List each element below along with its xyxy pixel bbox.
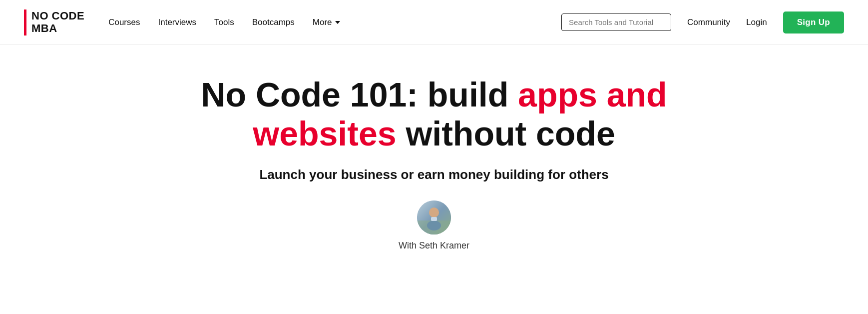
hero-section: No Code 101: build apps and websites wit…	[0, 45, 868, 271]
author-name: With Seth Kramer	[399, 240, 469, 251]
community-link[interactable]: Community	[687, 18, 730, 28]
main-nav: Courses Interviews Tools Bootcamps More	[108, 18, 340, 28]
svg-rect-4	[431, 217, 437, 221]
chevron-down-icon	[335, 21, 340, 24]
login-link[interactable]: Login	[746, 18, 767, 28]
nav-interviews[interactable]: Interviews	[158, 18, 197, 28]
nav-more-dropdown[interactable]: More	[313, 18, 340, 28]
logo-bar	[24, 10, 26, 36]
hero-subtitle: Launch your business or earn money build…	[259, 167, 608, 182]
search-input[interactable]	[561, 14, 671, 31]
logo[interactable]: NO CODE MBA	[24, 10, 84, 36]
avatar-image	[417, 200, 451, 234]
avatar	[417, 200, 451, 234]
main-header: NO CODE MBA Courses Interviews Tools Boo…	[0, 0, 868, 45]
svg-point-3	[427, 220, 441, 230]
nav-bootcamps[interactable]: Bootcamps	[252, 18, 295, 28]
signup-button[interactable]: Sign Up	[783, 12, 844, 34]
header-left: NO CODE MBA Courses Interviews Tools Boo…	[24, 10, 340, 36]
author-section: With Seth Kramer	[399, 200, 469, 251]
hero-title: No Code 101: build apps and websites wit…	[134, 75, 734, 153]
nav-courses[interactable]: Courses	[108, 18, 140, 28]
header-right: Community Login Sign Up	[561, 12, 844, 34]
logo-text: NO CODE MBA	[31, 10, 84, 34]
nav-tools[interactable]: Tools	[214, 18, 234, 28]
svg-point-2	[429, 208, 439, 218]
